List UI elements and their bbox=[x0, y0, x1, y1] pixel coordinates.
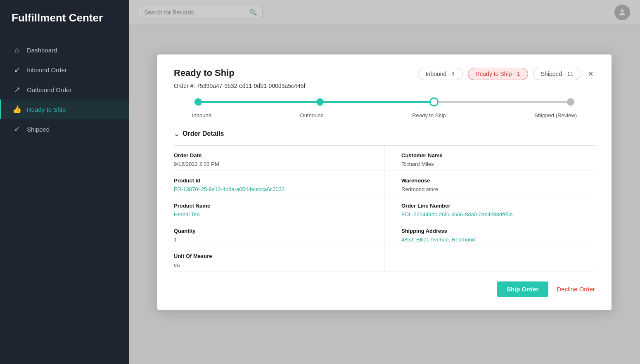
detail-label-order-line-number: Order Line Number bbox=[401, 203, 595, 209]
step-dot-inbound bbox=[194, 98, 202, 106]
modal-title: Ready to Ship bbox=[174, 68, 235, 78]
sidebar-item-label-shipped: Shipped bbox=[27, 126, 50, 133]
order-number-value: 75390a47-9b32-ed11-9db1-000d3a5c445f bbox=[197, 83, 305, 89]
detail-label-warehouse: Warehouse bbox=[401, 177, 595, 184]
modal: Ready to Ship Inbound - 4 Ready to Ship … bbox=[157, 54, 612, 310]
order-number: Order #: 75390a47-9b32-ed11-9db1-000d3a5… bbox=[174, 83, 595, 89]
detail-quantity: Quantity 1 bbox=[174, 221, 384, 246]
detail-value-quantity: 1 bbox=[174, 236, 368, 243]
modal-footer: Ship Order Decline Order bbox=[174, 281, 595, 297]
order-details-toggle[interactable]: ⌄ Order Details bbox=[174, 130, 595, 138]
home-icon: ⌂ bbox=[13, 46, 21, 54]
detail-unit-of-measure: Unit Of Mesure ea bbox=[174, 246, 384, 272]
detail-label-order-date: Order Date bbox=[174, 152, 368, 158]
detail-label-customer-name: Customer Name bbox=[401, 152, 595, 158]
shipped-icon: ✓ bbox=[13, 125, 21, 133]
badge-shipped[interactable]: Shipped - 11 bbox=[533, 68, 581, 80]
step-label-shipped: Shipped (Review) bbox=[534, 112, 577, 118]
progress-bar: Inbound Outbound Ready to Ship Shipped (… bbox=[174, 97, 595, 118]
modal-header: Ready to Ship Inbound - 4 Ready to Ship … bbox=[174, 68, 595, 80]
sidebar-item-label-dashboard: Dashboard bbox=[27, 47, 57, 54]
detail-value-product-id[interactable]: FO-13870425-9a13-4bda-a054-bcecca6c3033 bbox=[174, 186, 368, 192]
ship-order-button[interactable]: Ship Order bbox=[497, 281, 549, 297]
inbound-icon: ↙ bbox=[13, 66, 21, 74]
detail-empty bbox=[384, 246, 595, 272]
step-dot-ready bbox=[429, 97, 439, 106]
detail-label-product-name: Product Name bbox=[174, 203, 368, 209]
sidebar-nav: ⌂ Dashboard ↙ Inbound Order ↗ Outbound O… bbox=[0, 40, 129, 139]
detail-value-product-name[interactable]: Herbal Tea bbox=[174, 211, 368, 217]
details-grid: Order Date 9/12/2022 2:03 PM Customer Na… bbox=[174, 145, 595, 272]
detail-value-unit-of-measure: ea bbox=[174, 262, 368, 268]
detail-warehouse: Warehouse Redmond store bbox=[384, 171, 595, 196]
detail-label-shipping-address: Shipping Address bbox=[401, 228, 595, 234]
sidebar-item-dashboard[interactable]: ⌂ Dashboard bbox=[0, 40, 129, 60]
app-title: Fulfillment Center bbox=[0, 0, 129, 36]
badge-ready-to-ship[interactable]: Ready to Ship - 1 bbox=[468, 68, 528, 80]
detail-label-unit-of-measure: Unit Of Mesure bbox=[174, 253, 368, 259]
sidebar-item-inbound-order[interactable]: ↙ Inbound Order bbox=[0, 60, 129, 80]
modal-badges: Inbound - 4 Ready to Ship - 1 Shipped - … bbox=[418, 68, 581, 80]
detail-value-customer-name: Richard Miles bbox=[401, 161, 595, 167]
order-number-label: Order #: bbox=[174, 83, 195, 89]
detail-customer-name: Customer Name Richard Miles bbox=[384, 146, 595, 171]
close-button[interactable]: × bbox=[586, 69, 595, 78]
outbound-icon: ↗ bbox=[13, 85, 21, 94]
sidebar-item-outbound-order[interactable]: ↗ Outbound Order bbox=[0, 80, 129, 99]
sidebar: Fulfillment Center ⌂ Dashboard ↙ Inbound… bbox=[0, 0, 129, 364]
detail-shipping-address: Shipping Address 4852, Elliot, Avenue, R… bbox=[384, 221, 595, 246]
step-dot-shipped bbox=[567, 98, 574, 106]
sidebar-item-label-ready: Ready to Ship bbox=[27, 106, 66, 113]
step-label-ready: Ready to Ship bbox=[412, 112, 446, 118]
detail-value-warehouse: Redmond store bbox=[401, 186, 595, 192]
step-label-inbound: Inbound bbox=[192, 112, 211, 118]
detail-value-order-date: 9/12/2022 2:03 PM bbox=[174, 161, 368, 167]
order-details-label: Order Details bbox=[183, 130, 224, 137]
chevron-down-icon: ⌄ bbox=[174, 130, 179, 138]
detail-label-quantity: Quantity bbox=[174, 228, 368, 234]
ready-icon: 👍 bbox=[13, 105, 21, 113]
decline-order-button[interactable]: Decline Order bbox=[557, 286, 595, 293]
sidebar-item-shipped[interactable]: ✓ Shipped bbox=[0, 119, 129, 139]
badge-inbound[interactable]: Inbound - 4 bbox=[418, 68, 463, 80]
detail-value-order-line-number[interactable]: FOL-225444dc-26f5-4666-8da0-0ac4288df95b bbox=[401, 211, 595, 217]
sidebar-item-label-inbound: Inbound Order bbox=[27, 66, 67, 73]
main-area: 🔍 Ready to Ship Inbound - 4 Ready to Shi… bbox=[129, 0, 640, 364]
step-label-outbound: Outbound bbox=[300, 112, 324, 118]
detail-label-product-id: Product Id bbox=[174, 177, 368, 184]
sidebar-item-label-outbound: Outbound Order bbox=[27, 86, 71, 93]
detail-value-shipping-address[interactable]: 4852, Elliot, Avenue, Redmond bbox=[401, 236, 595, 243]
step-dot-outbound bbox=[316, 98, 324, 106]
modal-overlay: Ready to Ship Inbound - 4 Ready to Ship … bbox=[129, 0, 640, 364]
detail-order-line-number: Order Line Number FOL-225444dc-26f5-4666… bbox=[384, 196, 595, 221]
sidebar-item-ready-to-ship[interactable]: 👍 Ready to Ship bbox=[0, 99, 129, 119]
detail-product-id: Product Id FO-13870425-9a13-4bda-a054-bc… bbox=[174, 171, 384, 196]
detail-product-name: Product Name Herbal Tea bbox=[174, 196, 384, 221]
detail-order-date: Order Date 9/12/2022 2:03 PM bbox=[174, 146, 384, 171]
